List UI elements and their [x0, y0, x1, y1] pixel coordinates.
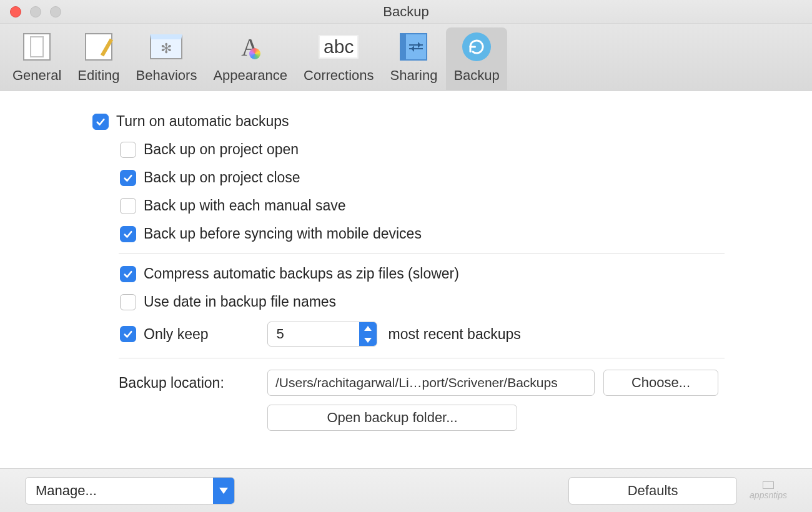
option-use-date-row: Use date in backup file names: [0, 293, 812, 310]
appearance-icon: A: [241, 32, 259, 62]
option-mobile-sync-row: Back up before syncing with mobile devic…: [0, 225, 812, 242]
auto-backups-label: Turn on automatic backups: [116, 113, 289, 130]
tab-behaviors[interactable]: Behaviors: [129, 27, 205, 90]
only-keep-value: 5: [268, 326, 359, 342]
svg-marker-2: [219, 488, 228, 494]
divider: [119, 254, 725, 254]
option-on-open-row: Back up on project open: [0, 141, 812, 158]
watermark-text: appsntips: [750, 490, 787, 500]
footer: Manage... Defaults appsntips: [0, 468, 812, 512]
window-title: Backup: [0, 4, 812, 20]
backup-location-field[interactable]: /Users/rachitagarwal/Li…port/Scrivener/B…: [267, 370, 595, 396]
manual-save-checkbox[interactable]: [120, 198, 136, 214]
divider: [119, 358, 725, 358]
option-on-close-row: Back up on project close: [0, 169, 812, 186]
only-keep-suffix: most recent backups: [389, 326, 521, 343]
use-date-label: Use date in backup file names: [144, 293, 336, 310]
tab-corrections[interactable]: abc Corrections: [296, 27, 381, 90]
on-close-label: Back up on project close: [144, 169, 300, 186]
option-auto-backups-row: Turn on automatic backups: [0, 113, 812, 130]
tab-label: Appearance: [213, 67, 287, 84]
tab-label: Corrections: [304, 67, 374, 84]
option-only-keep-row: Only keep 5 most recent backups: [0, 322, 812, 347]
backup-location-label: Backup location:: [119, 375, 267, 391]
manual-save-label: Back up with each manual save: [144, 197, 345, 214]
stepper-buttons[interactable]: [359, 322, 377, 346]
traffic-lights: [10, 6, 61, 17]
stepper-up-icon[interactable]: [359, 322, 377, 334]
backup-icon: [462, 32, 491, 61]
manage-chevron-icon: [213, 478, 234, 504]
preferences-toolbar: General Editing Behaviors A Appearance a…: [0, 24, 812, 91]
titlebar: Backup: [0, 0, 812, 24]
defaults-button[interactable]: Defaults: [568, 477, 737, 505]
on-open-checkbox[interactable]: [120, 142, 136, 158]
compress-zip-label: Compress automatic backups as zip files …: [144, 265, 459, 282]
tab-label: Backup: [453, 67, 499, 84]
manage-dropdown[interactable]: Manage...: [25, 477, 235, 505]
use-date-checkbox[interactable]: [120, 294, 136, 310]
only-keep-stepper[interactable]: 5: [267, 322, 377, 347]
only-keep-label: Only keep: [144, 326, 209, 343]
watermark: appsntips: [750, 481, 787, 500]
stepper-down-icon[interactable]: [359, 334, 377, 346]
close-window-button[interactable]: [10, 6, 21, 17]
tab-label: Editing: [77, 67, 119, 84]
general-icon: [23, 33, 51, 61]
open-backup-folder-button[interactable]: Open backup folder...: [267, 405, 517, 431]
minimize-window-button[interactable]: [30, 6, 41, 17]
only-keep-checkbox[interactable]: [120, 326, 136, 342]
tab-general[interactable]: General: [5, 27, 69, 90]
editing-icon: [85, 33, 112, 61]
tab-label: General: [12, 67, 61, 84]
choose-button[interactable]: Choose...: [603, 370, 718, 396]
tab-appearance[interactable]: A Appearance: [205, 27, 295, 90]
on-close-checkbox[interactable]: [120, 170, 136, 186]
zoom-window-button[interactable]: [50, 6, 61, 17]
backup-location-row: Backup location: /Users/rachitagarwal/Li…: [0, 370, 812, 396]
watermark-icon: [763, 481, 774, 489]
svg-marker-0: [364, 326, 372, 331]
on-open-label: Back up on project open: [144, 141, 299, 158]
option-manual-save-row: Back up with each manual save: [0, 197, 812, 214]
compress-zip-checkbox[interactable]: [120, 266, 136, 282]
mobile-sync-checkbox[interactable]: [120, 226, 136, 242]
tab-label: Behaviors: [136, 67, 197, 84]
manage-label: Manage...: [26, 483, 213, 499]
behaviors-icon: [150, 34, 182, 59]
tab-backup[interactable]: Backup: [446, 27, 507, 90]
tab-label: Sharing: [390, 67, 438, 84]
sharing-icon: [400, 33, 427, 61]
corrections-icon: abc: [319, 35, 359, 59]
tab-sharing[interactable]: Sharing: [383, 27, 445, 90]
option-compress-row: Compress automatic backups as zip files …: [0, 265, 812, 282]
backup-pane: Turn on automatic backups Back up on pro…: [0, 91, 812, 484]
tab-editing[interactable]: Editing: [70, 27, 127, 90]
mobile-sync-label: Back up before syncing with mobile devic…: [144, 225, 422, 242]
svg-marker-1: [364, 338, 372, 343]
auto-backups-checkbox[interactable]: [92, 114, 109, 130]
